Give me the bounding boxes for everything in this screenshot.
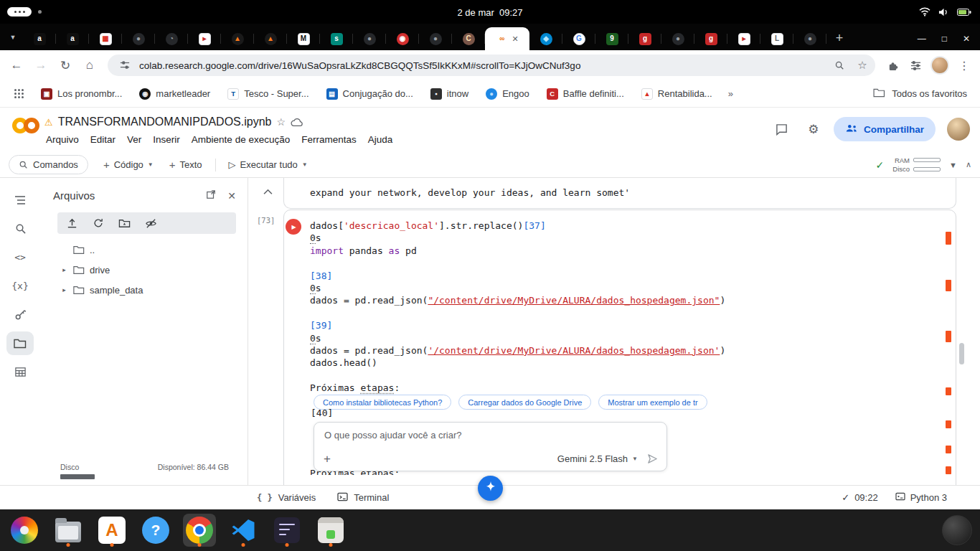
add-text-button[interactable]: +Texto — [163, 155, 209, 175]
browser-tab[interactable]: g — [694, 27, 727, 50]
browser-tab[interactable]: C — [452, 27, 485, 50]
browser-tab[interactable]: 9 — [595, 27, 628, 50]
taskbar-app-chrome[interactable] — [183, 514, 216, 547]
window-close-button[interactable]: ✕ — [963, 34, 970, 44]
gemini-prompt-card[interactable]: O que posso ajudar você a criar? + Gemin… — [314, 422, 667, 471]
terminal-button[interactable]: Terminal — [337, 492, 389, 504]
code-line[interactable]: import pandas as pd — [310, 245, 725, 257]
attach-plus-icon[interactable]: + — [324, 452, 331, 466]
notebook-title[interactable]: TRANSFORMANDOMANIPDADOS.ipynb — [58, 116, 272, 128]
zoom-icon[interactable] — [831, 57, 848, 74]
browser-menu-icon[interactable]: ⋮ — [953, 54, 976, 77]
comments-icon[interactable] — [771, 118, 793, 141]
profile-avatar[interactable] — [930, 56, 949, 75]
volume-icon[interactable] — [938, 7, 949, 17]
model-selector[interactable]: Gemini 2.5 Flash ▼ — [557, 453, 638, 464]
file-tree-item[interactable]: ▸drive — [40, 260, 248, 280]
send-icon[interactable] — [647, 453, 658, 464]
run-cell-button[interactable]: ▶ — [286, 219, 301, 235]
browser-tab[interactable]: ◔ — [155, 27, 188, 50]
reload-button[interactable]: ↻ — [53, 53, 77, 77]
browser-tab[interactable]: M — [287, 27, 320, 50]
cloud-save-icon[interactable] — [291, 118, 303, 127]
mount-drive-icon[interactable] — [118, 217, 131, 230]
menu-ferramentas[interactable]: Ferramentas — [296, 133, 362, 146]
browser-tab[interactable]: G — [562, 27, 595, 50]
menu-inserir[interactable]: Inserir — [147, 133, 186, 146]
wifi-icon[interactable] — [919, 7, 930, 17]
bookmark-item[interactable]: CBaffle definiti... — [538, 88, 633, 100]
colab-logo-icon[interactable] — [9, 113, 43, 152]
browser-tab[interactable]: ● — [122, 27, 155, 50]
close-files-panel-icon[interactable]: ✕ — [227, 190, 236, 202]
browser-tab[interactable]: ◉ — [386, 27, 419, 50]
notebook-scrollbar-thumb[interactable] — [959, 343, 964, 364]
extensions-icon[interactable] — [881, 54, 904, 77]
code-line[interactable] — [310, 257, 725, 269]
gemini-fab[interactable] — [478, 476, 503, 501]
system-clock[interactable]: 2 de mar 09:27 — [457, 6, 522, 17]
gemini-placeholder[interactable]: O que posso ajudar você a criar? — [324, 430, 462, 441]
apps-grid-icon[interactable] — [14, 89, 24, 98]
bookmark-item[interactable]: ▤Conjugação do... — [318, 88, 422, 100]
menu-ambiente-de-execu-o[interactable]: Ambiente de execução — [186, 133, 296, 146]
toc-icon[interactable] — [6, 188, 34, 212]
file-tree-item[interactable]: ▸sample_data — [40, 280, 248, 300]
expand-chevron-icon[interactable]: ▸ — [60, 286, 68, 293]
code-editor[interactable]: dados['descricao_local'].str.replace()[3… — [310, 220, 725, 394]
bookmark-item[interactable]: TTesco - Super... — [219, 88, 317, 100]
scroll-top-chevron-icon[interactable] — [263, 185, 273, 198]
bookmark-star-icon[interactable]: ☆ — [854, 57, 871, 74]
suggestion-chip[interactable]: Carregar dados do Google Drive — [458, 395, 591, 410]
tab-close-icon[interactable]: ✕ — [512, 34, 518, 44]
new-tab-button[interactable]: + — [829, 28, 849, 48]
collapse-header-icon[interactable]: ∧ — [966, 160, 971, 169]
code-line[interactable]: 0s — [310, 332, 725, 344]
tab-search-chevron-icon[interactable]: ▼ — [4, 27, 22, 48]
suggestion-chip[interactable]: Mostrar um exemplo de tr — [598, 395, 707, 410]
browser-tab-active[interactable]: ∞✕ — [485, 27, 529, 50]
code-line[interactable]: [38] — [310, 270, 725, 282]
browser-tab[interactable]: ◆ — [529, 27, 562, 50]
code-line[interactable]: dados['descricao_local'].str.replace()[3… — [310, 220, 725, 232]
add-code-button[interactable]: +Código▼ — [97, 155, 160, 175]
table-icon[interactable] — [6, 360, 34, 384]
window-minimize-button[interactable]: — — [918, 34, 926, 44]
menu-ver[interactable]: Ver — [121, 133, 147, 146]
star-icon[interactable]: ☆ — [276, 116, 286, 128]
browser-tab[interactable]: a — [56, 27, 89, 50]
browser-tab[interactable]: ▦ — [89, 27, 122, 50]
tune-icon[interactable] — [904, 54, 927, 77]
code-snippets-icon[interactable]: <> — [6, 245, 34, 269]
browser-tab[interactable]: ▸ — [188, 27, 221, 50]
commands-button[interactable]: Comandos — [9, 155, 88, 174]
browser-tab[interactable]: L — [760, 27, 793, 50]
window-list-pill[interactable] — [7, 7, 32, 17]
window-maximize-button[interactable]: □ — [942, 34, 947, 44]
code-line[interactable]: dados.head() — [310, 357, 725, 369]
variables-icon[interactable]: {x} — [6, 274, 34, 298]
taskbar-app-boxes[interactable] — [314, 514, 347, 547]
menu-editar[interactable]: Editar — [85, 133, 121, 146]
expand-chevron-icon[interactable]: ▸ — [60, 266, 68, 273]
code-line[interactable]: [39] — [310, 319, 725, 331]
code-line[interactable]: dados = pd.read_json('/content/drive/MyD… — [310, 344, 725, 357]
code-line[interactable]: Próximas etapas: — [310, 382, 725, 394]
account-avatar[interactable] — [947, 118, 970, 141]
bookmark-item[interactable]: ●Engoo — [477, 88, 538, 100]
browser-tab[interactable]: ▸ — [727, 27, 760, 50]
browser-tab[interactable]: ● — [793, 27, 826, 50]
taskbar-app-help[interactable]: ? — [139, 514, 172, 547]
previous-cell-text[interactable]: expand your network, develop your ideas,… — [310, 187, 630, 198]
browser-tab[interactable]: ▲ — [221, 27, 254, 50]
variables-button[interactable]: { } Variáveis — [257, 492, 316, 503]
taskbar-app-file-manager[interactable] — [52, 514, 85, 547]
browser-tab[interactable]: ▲ — [254, 27, 287, 50]
file-tree-item[interactable]: .. — [40, 240, 248, 260]
hidden-files-eye-icon[interactable] — [145, 217, 157, 230]
bookmarks-overflow-chevron[interactable]: » — [728, 88, 732, 99]
resource-gauges[interactable]: RAM Disco — [892, 157, 941, 173]
run-all-button[interactable]: ▷Executar tudo▼ — [222, 155, 314, 175]
upload-icon[interactable] — [66, 217, 78, 230]
taskbar-app-vscode[interactable] — [227, 514, 260, 547]
